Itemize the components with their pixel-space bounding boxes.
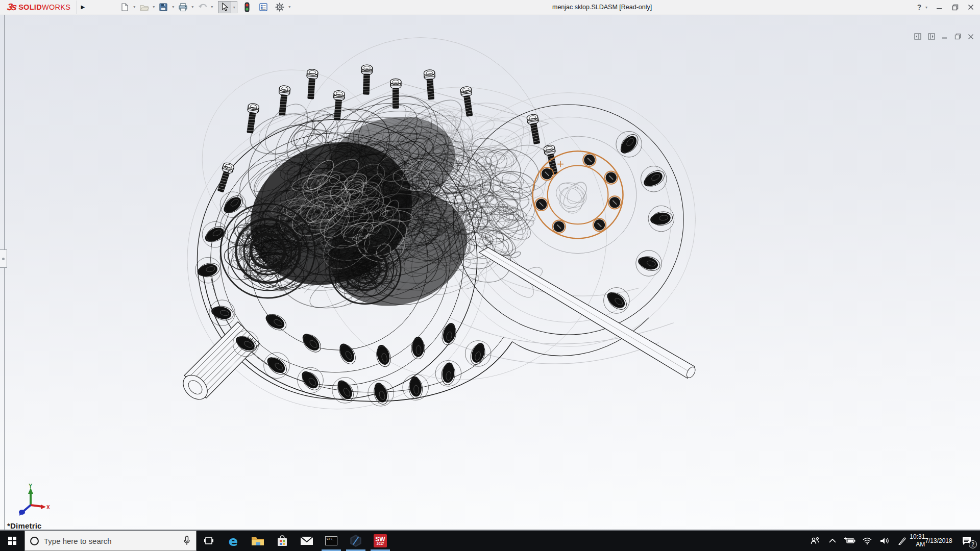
solidworks-logo: 3s SOLIDWORKS: [0, 0, 77, 14]
options-button[interactable]: [273, 1, 286, 13]
document-window-controls: [914, 33, 974, 40]
taskbar-app-solidworks[interactable]: SW 2017: [368, 531, 393, 551]
wifi-icon: [862, 537, 872, 545]
microphone-icon[interactable]: [183, 536, 191, 546]
taskbar-app-mail[interactable]: [295, 531, 319, 551]
rebuild-button[interactable]: [240, 1, 254, 13]
doc-minimize-button[interactable]: [942, 34, 948, 40]
tray-date: 7/13/2018: [925, 537, 952, 545]
volume-status[interactable]: [876, 531, 893, 551]
undo-button[interactable]: [195, 1, 209, 13]
new-dropdown-icon[interactable]: ▾: [131, 5, 137, 9]
triad-x-label: X: [46, 505, 50, 510]
file-explorer-icon: [251, 535, 264, 546]
restore-button[interactable]: [951, 3, 959, 11]
file-properties-icon: [259, 3, 268, 12]
viewport-border: [4, 15, 5, 531]
chevron-up-icon: [828, 538, 837, 544]
document-title: menjac sklop.SLDASM [Read-only]: [552, 4, 652, 11]
close-button[interactable]: [967, 3, 975, 11]
pane-right-icon[interactable]: [928, 33, 935, 40]
help-button[interactable]: ?: [915, 3, 923, 11]
doc-restore-button[interactable]: [954, 33, 961, 40]
save-button[interactable]: [157, 1, 170, 13]
taskbar-search[interactable]: [24, 531, 197, 551]
print-icon: [178, 3, 188, 12]
clock[interactable]: 10:31 AM 7/13/2018: [911, 531, 953, 551]
mail-icon: [300, 536, 313, 545]
action-center-button[interactable]: 2: [953, 531, 980, 551]
show-hidden-icons-button[interactable]: [824, 531, 841, 551]
start-button[interactable]: [0, 531, 24, 551]
search-input[interactable]: [39, 537, 183, 545]
hex-app-icon: [350, 535, 362, 547]
graphics-viewport[interactable]: Y X *Dimetric: [0, 15, 980, 531]
taskbar-app-hex[interactable]: [344, 531, 368, 551]
model-canvas[interactable]: [0, 15, 980, 531]
tray-time: 10:31 AM: [910, 533, 925, 548]
cortana-icon[interactable]: [30, 537, 39, 545]
undo-dropdown-icon[interactable]: ▾: [209, 5, 215, 9]
speaker-icon: [879, 537, 890, 545]
orientation-triad: Y X: [11, 482, 51, 521]
taskbar-app-edge[interactable]: e: [221, 531, 246, 551]
open-button[interactable]: [137, 1, 151, 13]
network-status[interactable]: [859, 531, 876, 551]
taskbar: e C:\_: [0, 531, 980, 551]
toolbar-flyout-arrow-icon[interactable]: ▶: [77, 4, 88, 10]
new-document-icon: [120, 3, 129, 12]
desktop: 3s SOLIDWORKS ▶ ▾ ▾: [0, 0, 980, 551]
edge-icon: e: [229, 534, 238, 548]
doc-close-button[interactable]: [968, 34, 974, 40]
save-icon: [159, 3, 168, 12]
minimize-button[interactable]: [935, 3, 943, 11]
options-dropdown-icon[interactable]: ▾: [286, 5, 292, 9]
title-bar: 3s SOLIDWORKS ▶ ▾ ▾: [0, 0, 980, 14]
taskbar-app-file-explorer[interactable]: [246, 531, 270, 551]
taskbar-app-command-prompt[interactable]: C:\_: [319, 531, 344, 551]
battery-charging-icon: [844, 537, 856, 545]
battery-status[interactable]: [841, 531, 859, 551]
task-view-icon: [204, 536, 214, 545]
select-cursor-icon: [220, 3, 229, 12]
options-gear-icon: [275, 2, 285, 12]
help-dropdown-icon[interactable]: ▾: [925, 5, 927, 10]
command-prompt-icon: C:\_: [325, 536, 337, 545]
taskbar-app-store[interactable]: [270, 531, 295, 551]
pane-left-icon[interactable]: [914, 33, 921, 40]
undo-icon: [198, 3, 207, 12]
select-button[interactable]: [218, 1, 231, 13]
ds-logo-mark: 3s: [6, 2, 16, 13]
file-properties-button[interactable]: [257, 1, 270, 13]
pen-icon: [897, 537, 906, 545]
people-button[interactable]: [806, 531, 824, 551]
save-dropdown-icon[interactable]: ▾: [170, 5, 176, 9]
window-controls: ? ▾: [915, 0, 975, 14]
system-tray: 10:31 AM 7/13/2018 2: [806, 531, 980, 551]
task-view-button[interactable]: [197, 531, 221, 551]
print-dropdown-icon[interactable]: ▾: [189, 5, 195, 9]
notification-badge: 2: [969, 540, 977, 548]
open-icon: [139, 3, 149, 12]
people-icon: [810, 536, 820, 545]
open-dropdown-icon[interactable]: ▾: [151, 5, 157, 9]
feature-manager-collapsed-tab[interactable]: [0, 249, 7, 268]
new-document-button[interactable]: [118, 1, 131, 13]
print-button[interactable]: [176, 1, 189, 13]
solidworks-app-icon: SW 2017: [374, 534, 387, 547]
quick-access-toolbar: ▾ ▾ ▾: [109, 0, 292, 14]
view-orientation-label: *Dimetric: [7, 521, 42, 530]
windows-logo-icon: [8, 537, 16, 545]
rebuild-traffic-light-icon: [244, 2, 250, 12]
windows-ink-button[interactable]: [893, 531, 911, 551]
store-icon: [277, 535, 288, 546]
select-dropdown-icon[interactable]: ▾: [231, 1, 237, 13]
